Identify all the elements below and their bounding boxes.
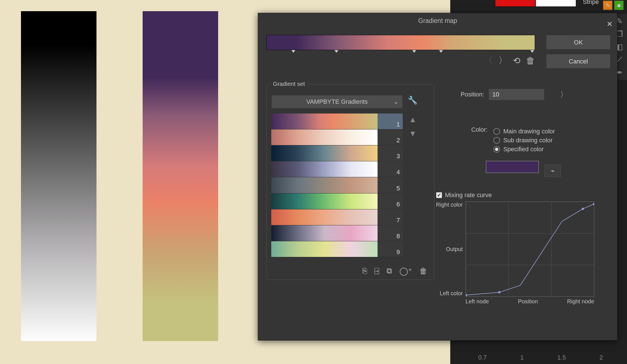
radio-icon[interactable] xyxy=(493,137,500,144)
curve-y-top: Right color xyxy=(436,202,463,208)
gradient-list-item[interactable]: 9 xyxy=(271,241,403,257)
gradient-stop-marker[interactable] xyxy=(334,50,338,53)
foreground-color-chip[interactable] xyxy=(495,0,536,7)
background-color-chip[interactable] xyxy=(536,0,576,7)
gradient-index: 9 xyxy=(378,241,403,257)
gradient-index: 1 xyxy=(378,114,403,129)
gradient-set-panel: Gradient set VAMPBYTE Gradients ⌄ 🔧 ▲ ▼ … xyxy=(267,84,434,280)
gradient-thumb xyxy=(271,177,378,193)
color-option-label: Specified color xyxy=(503,146,544,153)
gradient-set-dropdown[interactable]: VAMPBYTE Gradients ⌄ xyxy=(271,95,403,108)
mixing-checkbox[interactable]: ✔ xyxy=(436,192,442,198)
gradient-index: 2 xyxy=(378,129,403,145)
color-option-row[interactable]: Sub drawing color xyxy=(493,137,555,144)
specified-color-swatch[interactable] xyxy=(486,161,539,173)
color-ribbon: Stripe xyxy=(495,0,599,7)
zoom-val[interactable]: 2 xyxy=(599,354,603,361)
eyedropper-icon[interactable]: ⌁ xyxy=(544,165,561,177)
zoom-val[interactable]: 0.7 xyxy=(478,354,487,361)
curve-x-right: Right node xyxy=(567,298,594,305)
gradient-list-item[interactable]: 5 xyxy=(271,177,403,193)
cancel-button[interactable]: Cancel xyxy=(546,54,610,68)
gradient-thumb xyxy=(271,225,378,241)
gradient-stop-marker[interactable] xyxy=(530,50,534,53)
gradient-index: 4 xyxy=(378,161,403,177)
dialog-titlebar[interactable]: Gradient map ✕ xyxy=(258,13,617,28)
gradient-list-item[interactable]: 1 xyxy=(271,114,403,129)
gradient-list-item[interactable]: 8 xyxy=(271,225,403,241)
gradient-list-item[interactable]: 3 xyxy=(271,145,403,161)
move-down-icon[interactable]: ▼ xyxy=(409,129,417,138)
gradient-list-item[interactable]: 7 xyxy=(271,209,403,225)
delete-stop-icon[interactable]: 🗑 xyxy=(526,56,535,66)
color-option-label: Sub drawing color xyxy=(503,137,553,144)
grayscale-gradient-swatch xyxy=(21,11,96,341)
radio-icon[interactable] xyxy=(493,146,500,153)
gradient-thumb xyxy=(271,241,378,257)
gradient-preview-bar[interactable] xyxy=(267,35,535,50)
add-icon[interactable]: ◯⁺ xyxy=(399,266,412,276)
chevron-down-icon: ⌄ xyxy=(393,98,399,105)
zoom-values: 0.7 1 1.5 2 xyxy=(478,354,603,361)
color-gradient-swatch xyxy=(143,11,218,341)
gradient-stop-marker[interactable] xyxy=(412,50,416,53)
gradient-index: 5 xyxy=(378,177,403,193)
gradient-index: 7 xyxy=(378,209,403,225)
position-label: Position: xyxy=(461,91,484,98)
position-input[interactable] xyxy=(489,89,544,100)
tool-icon-a[interactable]: ✎ xyxy=(603,1,612,10)
zoom-val[interactable]: 1.5 xyxy=(557,354,566,361)
svg-point-2 xyxy=(582,208,584,210)
svg-point-3 xyxy=(593,203,594,205)
gradient-list[interactable]: 123456789 xyxy=(271,114,403,257)
gradient-index: 3 xyxy=(378,145,403,161)
next-stop-icon[interactable]: 〉 xyxy=(498,55,507,67)
gradient-set-value: VAMPBYTE Gradients xyxy=(306,98,368,105)
color-option-row[interactable]: Main drawing color xyxy=(493,128,555,135)
radio-icon[interactable] xyxy=(493,128,500,135)
gradient-list-item[interactable]: 6 xyxy=(271,193,403,209)
dialog-title: Gradient map xyxy=(418,17,457,24)
settings-wrench-icon[interactable]: 🔧 xyxy=(408,96,418,105)
zoom-val[interactable]: 1 xyxy=(520,354,524,361)
gradient-list-item[interactable]: 2 xyxy=(271,129,403,145)
move-up-icon[interactable]: ▲ xyxy=(409,115,417,124)
duplicate-icon[interactable]: ⧉ xyxy=(386,266,392,276)
curve-y-mid: Output xyxy=(446,246,463,252)
gradient-stop-marker[interactable] xyxy=(439,50,443,53)
tool-icon-b[interactable]: ■ xyxy=(614,1,624,10)
mixing-label: Mixing rate curve xyxy=(445,192,492,199)
gradient-stop-markers[interactable] xyxy=(267,50,535,54)
gradient-stop-marker[interactable] xyxy=(291,50,295,53)
curve-x-left: Left node xyxy=(466,298,489,305)
color-option-row[interactable]: Specified color xyxy=(493,146,555,153)
svg-point-0 xyxy=(466,294,467,296)
gradient-thumb xyxy=(271,145,378,161)
curve-x-mid: Position xyxy=(518,298,538,305)
gradient-list-item[interactable]: 4 xyxy=(271,161,403,177)
gradient-set-label: Gradient set xyxy=(271,81,307,87)
svg-point-1 xyxy=(498,291,500,294)
gradient-thumb xyxy=(271,161,378,177)
gradient-thumb xyxy=(271,129,378,145)
ok-button[interactable]: OK xyxy=(546,35,610,49)
replace-icon[interactable]: ⎘ xyxy=(362,266,367,276)
color-label: Color: xyxy=(471,126,488,133)
stripe-label: Stripe xyxy=(583,0,599,6)
gradient-thumb xyxy=(271,209,378,225)
prev-stop-icon[interactable]: 〈 xyxy=(484,55,493,67)
gradient-index: 6 xyxy=(378,193,403,209)
gradient-thumb xyxy=(271,114,378,129)
mixing-curve-graph[interactable] xyxy=(466,202,594,297)
color-option-label: Main drawing color xyxy=(503,128,555,135)
position-more-icon[interactable]: 〉 xyxy=(560,90,567,100)
flip-icon[interactable]: ⟲ xyxy=(513,55,520,66)
gradient-map-dialog: Gradient map ✕ 〈 〉 ⟲ 🗑 OK Cancel Gradien… xyxy=(258,13,617,341)
curve-y-bottom: Left color xyxy=(440,290,463,297)
export-icon[interactable]: ⍈ xyxy=(374,266,379,276)
gradient-index: 8 xyxy=(378,225,403,241)
delete-icon[interactable]: 🗑 xyxy=(419,266,427,276)
gradient-thumb xyxy=(271,193,378,209)
